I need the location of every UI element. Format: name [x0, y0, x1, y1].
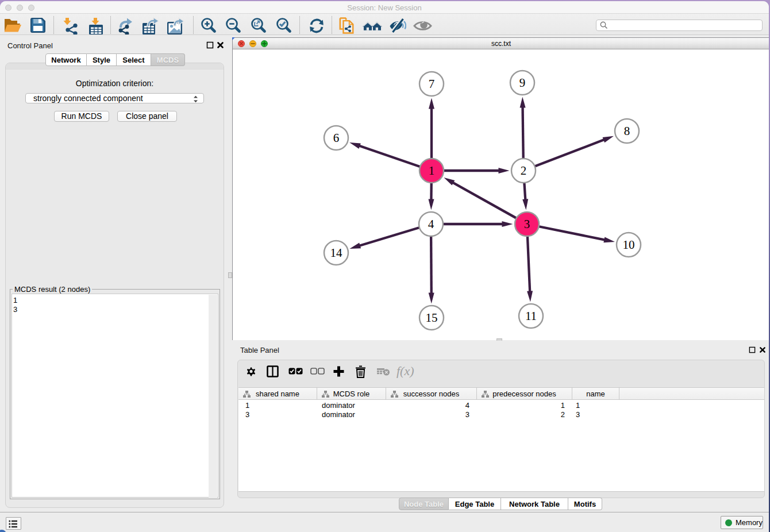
svg-text:15: 15	[426, 311, 438, 325]
svg-text:9: 9	[519, 76, 526, 90]
svg-text:10: 10	[623, 238, 635, 252]
svg-text:2: 2	[521, 164, 527, 178]
svg-text:4: 4	[428, 217, 434, 231]
svg-text:14: 14	[330, 246, 343, 260]
svg-text:7: 7	[429, 77, 435, 91]
svg-text:8: 8	[624, 124, 630, 138]
svg-text:3: 3	[524, 217, 530, 231]
svg-text:1: 1	[429, 164, 435, 178]
svg-text:6: 6	[333, 131, 340, 145]
svg-text:11: 11	[525, 309, 537, 323]
